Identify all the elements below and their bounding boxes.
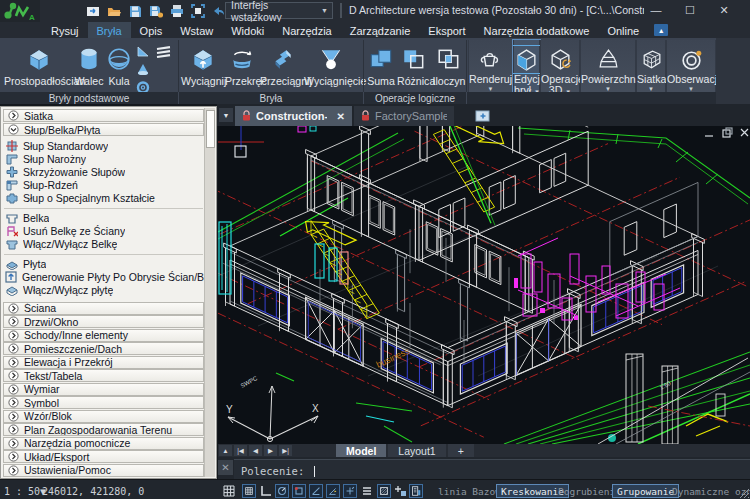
close-button[interactable]: ✕ [712, 0, 736, 20]
palette-item-usuń-belkę-ze-ściany[interactable]: Usuń Belkę ze Ściany [2, 224, 205, 237]
ribbon-group-separator [466, 92, 467, 104]
palette-item-skrzyżowanie-słupów[interactable]: Skrzyżowanie Słupów [2, 165, 205, 178]
palette-item-płyta[interactable]: Płyta [2, 257, 205, 270]
palette-section-plan-zagospodarowania-terenu[interactable]: Plan Zagospodarowania Terenu [3, 423, 204, 436]
palette-item-label: Słup Narożny [23, 153, 86, 165]
slab-icon [5, 258, 18, 270]
command-close-icon[interactable]: ✕ [218, 460, 233, 475]
beam-remove-icon [5, 225, 18, 237]
esnap-icon[interactable] [292, 484, 306, 498]
palette-section-drzwi-okno[interactable]: Drzwi/Okno [3, 315, 204, 328]
palette-section-narz-dzia-pomocnicze[interactable]: Narzędzia pomocnicze [3, 437, 204, 450]
ribbon-button-wyciągnięcie[interactable]: Wyciągnięcie [304, 42, 358, 87]
palette-section-elewacja-i-przekr-j[interactable]: Elewacja i Przekrój [3, 356, 204, 369]
new-file-icon[interactable] [84, 3, 101, 20]
ribbon-button-walec[interactable]: Walec [74, 42, 104, 87]
angle-icon[interactable] [309, 484, 323, 498]
layout-nav-last-icon[interactable]: ▶| [279, 445, 292, 456]
doc-tab-list-button[interactable]: ▼ [219, 108, 233, 122]
ribbon-button-label: Kula [105, 76, 133, 87]
layout-nav-first-icon[interactable]: ▲ [219, 445, 232, 456]
drawing-canvas[interactable]: businessSWPC1:50XY [218, 126, 750, 444]
palette-section-wz-r-blok[interactable]: Wzór/Blok [3, 410, 204, 423]
doc-tab-close-icon[interactable]: ✕ [337, 111, 345, 122]
interface-style-select[interactable]: Interfejs wstążkowy ▼ [225, 2, 333, 19]
doc-tab-2[interactable]: FactorySample.dwg* [354, 106, 454, 126]
palette-item-słup-standardowy[interactable]: Słup Standardowy [2, 139, 205, 152]
building-icon[interactable] [409, 484, 423, 498]
palette-section-s-up-belka-p-yta[interactable]: Słup/Belka/Płyta [3, 123, 204, 136]
plot-preview-icon[interactable] [189, 3, 206, 20]
otrack-icon[interactable] [326, 484, 340, 498]
ribbon-tab-eksport[interactable]: Eksport [419, 22, 474, 38]
ortho-icon[interactable] [259, 484, 273, 498]
palette-section-siatka[interactable]: Siatka [3, 109, 204, 122]
palette-section-wymiar[interactable]: Wymiar [3, 383, 204, 396]
palette-item-słup-o-specjalnym-kształcie[interactable]: Słup o Specjalnym Kształcie [2, 191, 205, 204]
palette-scrollbar-thumb[interactable] [206, 110, 215, 148]
ribbon-collapse-icon[interactable]: ▲ [654, 24, 668, 36]
palette-item-słup-narożny[interactable]: Słup Narożny [2, 152, 205, 165]
palette-item-generowanie-płyty-po-obrysie-ścian-belek[interactable]: Generowanie Płyty Po Obrysie Ścian/Belek [2, 270, 205, 283]
palette-section-tekst-tabela[interactable]: Tekst/Tabela [3, 369, 204, 382]
grid-icon[interactable] [222, 484, 236, 498]
layout-nav-prev-icon[interactable]: ◀ [249, 445, 262, 456]
app-logo-icon[interactable]: A [0, 0, 40, 22]
doc-tab-1[interactable]: Construction-fz.dwg*✕ [235, 106, 352, 126]
snap-grid-icon[interactable] [242, 484, 256, 498]
layout-nav-prev-page-icon[interactable]: |◀ [234, 445, 247, 456]
palette-section-ustawienia-pomoc[interactable]: Ustawienia/Pomoc [3, 464, 204, 477]
ribbon-tab-zarz-dzanie[interactable]: Zarządzanie [341, 22, 420, 38]
print-icon[interactable] [168, 3, 185, 20]
dyn-ucs-icon[interactable] [343, 484, 357, 498]
palette-item-słup-rdzeń[interactable]: Słup-Rdzeń [2, 178, 205, 191]
ribbon-button-kula[interactable]: Kula [105, 42, 133, 87]
save-as-icon[interactable] [147, 3, 164, 20]
palette-section-label: Tekst/Tabela [24, 370, 82, 382]
ribbon-tab-bry-a[interactable]: Bryła [88, 22, 131, 38]
ribbon-button-przekręć[interactable]: Przekręć [225, 42, 259, 87]
hatch-box-icon[interactable] [377, 484, 391, 498]
lineweight-icon[interactable] [360, 484, 374, 498]
minimize-button[interactable]: — [644, 0, 668, 20]
ribbon-tab-rysuj[interactable]: Rysuj [42, 22, 88, 38]
layout-tab-layout1[interactable]: Layout1 [388, 444, 445, 457]
status-toggle-dynamiczne-oznak[interactable]: Dynamiczne oznak [668, 484, 750, 498]
ribbon-dropdown-label: Renderuj [469, 74, 512, 85]
palette-item-włącz-wyłącz-belkę[interactable]: Włącz/Wyłącz Belkę [2, 237, 205, 250]
ribbon-button-różnica[interactable]: Różnica [397, 42, 431, 87]
layout-tab-model[interactable]: Model [336, 444, 386, 457]
polysolid-icon[interactable] [155, 45, 172, 63]
command-input[interactable]: Polecenie: [234, 459, 750, 480]
palette-section-pomieszczenie-dach[interactable]: Pomieszczenie/Dach [3, 342, 204, 355]
palette-item-label: Belka [23, 212, 49, 224]
scale-indicator[interactable]: 1 : 50▼ [4, 486, 46, 497]
palette-scrollbar[interactable] [204, 108, 215, 477]
palette-section-schody-inne-elementy[interactable]: Schody/Inne elementy [3, 329, 204, 342]
palette-item-włącz-wyłącz-płytę[interactable]: Włącz/Wyłącz płytę [2, 283, 205, 296]
polar-icon[interactable] [275, 484, 289, 498]
open-folder-icon[interactable] [105, 3, 122, 20]
ribbon-tab-narz-dzia-dodatkowe[interactable]: Narzędzia dodatkowe [475, 22, 599, 38]
ribbon-tab-wstaw[interactable]: Wstaw [171, 22, 222, 38]
ribbon-button-iloczyn[interactable]: Iloczyn [432, 42, 466, 87]
ribbon-button-przeciągnij[interactable]: Przeciągnij [260, 42, 303, 87]
save-icon[interactable] [126, 3, 143, 20]
ribbon-tab-narz-dzia[interactable]: Narzędzia [273, 22, 341, 38]
ribbon-button-suma[interactable]: Suma [366, 42, 396, 87]
layout-nav-next-icon[interactable]: ▶ [264, 445, 277, 456]
ribbon-tab-online[interactable]: Online [598, 22, 648, 38]
maximize-button[interactable]: ☐ [678, 0, 702, 20]
annotation-add-icon[interactable] [394, 484, 408, 498]
new-doc-tab-icon[interactable] [475, 109, 491, 127]
layout-add-tab-button[interactable]: + [448, 444, 474, 457]
palette-section--ciana[interactable]: Ściana [3, 302, 204, 315]
ribbon-button-prostopadłościan[interactable]: Prostopadłościan [4, 42, 74, 87]
palette-section-symbol[interactable]: Symbol [3, 396, 204, 409]
ribbon-tab-opis[interactable]: Opis [131, 22, 172, 38]
palette-section-uk-ad-eksport[interactable]: Układ/Eksport [3, 450, 204, 463]
chevron-down-circle-icon [8, 124, 21, 135]
ribbon-button-wyciągnij[interactable]: Wyciągnij [181, 42, 224, 87]
ribbon-tab-widoki[interactable]: Widoki [222, 22, 273, 38]
palette-item-belka[interactable]: Belka [2, 211, 205, 224]
